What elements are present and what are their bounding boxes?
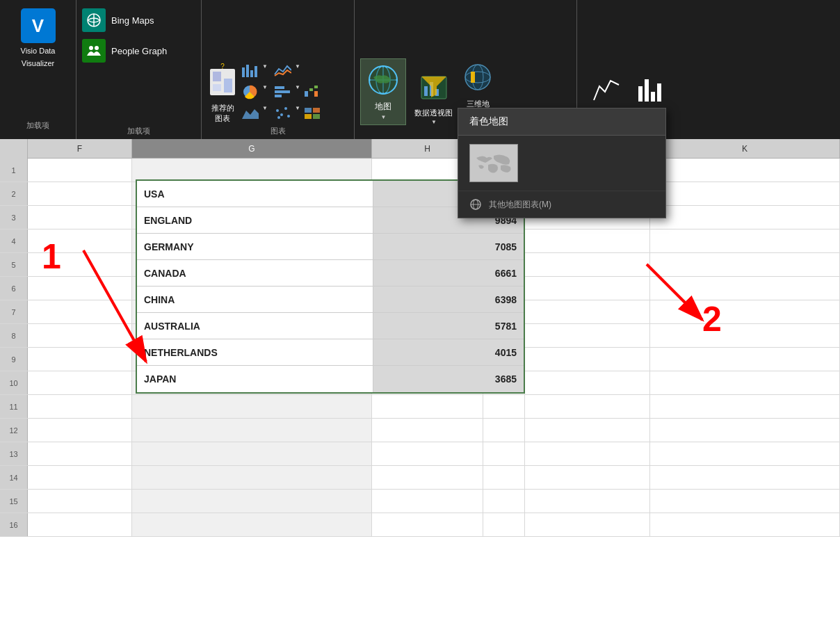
bar-chart-button[interactable] [273, 84, 291, 102]
pivot-chart-button[interactable]: 数据透视图 ▼ [414, 71, 453, 125]
recommended-charts-icon: ? [207, 63, 238, 102]
area-chart-chevron[interactable]: ▼ [262, 105, 268, 123]
country-cell: CHINA [137, 287, 373, 312]
svg-rect-29 [305, 114, 312, 119]
visio-addin-group: V Visio Data Visualizer 加载项 [0, 0, 76, 139]
visio-addin-button[interactable]: V Visio Data Visualizer [21, 8, 56, 69]
people-icon [82, 39, 106, 63]
svg-rect-37 [424, 86, 428, 96]
ribbon: V Visio Data Visualizer 加载项 Bing Maps [0, 0, 840, 139]
bing-maps-button[interactable]: Bing Maps [82, 8, 195, 32]
svg-rect-7 [213, 84, 221, 91]
other-map-charts-link[interactable]: 其他地图图表(M) [458, 191, 665, 218]
svg-point-22 [277, 116, 280, 119]
country-cell: CANADA [137, 260, 373, 286]
svg-rect-44 [471, 72, 475, 83]
pivot-label: 数据透视图 [414, 108, 453, 118]
cell-k1[interactable] [650, 159, 840, 182]
map-chevron[interactable]: ▼ [381, 114, 387, 120]
svg-rect-30 [313, 114, 320, 119]
bing-label: Bing Maps [111, 15, 154, 26]
svg-rect-47 [651, 92, 655, 102]
country-cell: ENGLAND [137, 207, 373, 233]
svg-rect-6 [224, 79, 232, 92]
svg-rect-11 [250, 70, 253, 77]
data-table-row[interactable]: CANADA 6661 [137, 260, 524, 287]
map-button[interactable]: 地图 ▼ [360, 58, 406, 125]
value-cell: 6661 [373, 260, 524, 286]
value-cell: 7085 [373, 234, 524, 259]
column-chart-chevron[interactable]: ▼ [262, 63, 268, 81]
map-thumbnail-item[interactable] [458, 136, 665, 191]
bing-icon [82, 8, 106, 32]
annotation-2: 2 [702, 299, 722, 339]
data-table-row[interactable]: NETHERLANDS 4015 [137, 339, 524, 366]
value-cell: 4015 [373, 339, 524, 365]
pie-chart-button[interactable] [241, 84, 259, 102]
recommended-charts-label: 推荐的 图表 [211, 103, 234, 123]
more-charts-icon [303, 105, 321, 120]
line-chart-chevron[interactable]: ▼ [295, 63, 300, 81]
pivot-chevron[interactable]: ▼ [431, 119, 437, 125]
line-sparkline-icon [591, 72, 622, 108]
svg-rect-16 [275, 95, 282, 97]
dropdown-header: 着色地图 [458, 108, 665, 136]
sheet-row-12: 12 [0, 419, 840, 442]
more-charts-buttons [303, 84, 321, 123]
chart-row-2: ▼ ▼ [241, 84, 300, 102]
svg-rect-26 [314, 91, 318, 97]
svg-rect-25 [314, 86, 318, 88]
svg-text:?: ? [220, 63, 225, 70]
pie-chart-icon [241, 84, 259, 99]
charts-icons: ? 推荐的 图表 ▼ [207, 7, 348, 123]
svg-rect-15 [275, 90, 290, 93]
people-label: People Graph [111, 46, 167, 56]
area-chart-button[interactable] [241, 105, 259, 123]
globe-small-icon [469, 198, 482, 211]
data-table-row[interactable]: AUSTRALIA 5781 [137, 313, 524, 339]
value-cell: 6398 [373, 287, 524, 312]
chart-row-3: ▼ ▼ [241, 105, 300, 123]
svg-rect-45 [638, 86, 643, 102]
col-k-header: K [650, 139, 840, 159]
data-table-row[interactable]: JAPAN 3685 [137, 366, 524, 392]
bing-map-icon [86, 13, 102, 28]
map-label: 地图 [375, 101, 391, 113]
svg-point-2 [89, 46, 93, 50]
column-headers: F G H J K [0, 139, 840, 159]
country-cell: USA [137, 181, 373, 207]
recommended-charts-button[interactable]: ? 推荐的 图表 [207, 63, 238, 123]
people-graph-button[interactable]: People Graph [82, 39, 195, 63]
scatter-chart-icon [273, 105, 291, 120]
scatter-chart-button[interactable] [273, 105, 291, 123]
cell-g1[interactable] [132, 159, 372, 182]
chart-row-1: ▼ ▼ [241, 63, 300, 81]
data-table-row[interactable]: GERMANY 7085 [137, 234, 524, 260]
bar-chart-chevron[interactable]: ▼ [295, 84, 300, 102]
area-chart-icon [241, 105, 259, 120]
svg-rect-48 [657, 83, 661, 102]
col-f-header: F [28, 139, 132, 159]
visio-icon: V [32, 15, 44, 37]
pie-chart-chevron[interactable]: ▼ [262, 84, 268, 102]
line-chart-button[interactable] [273, 63, 291, 81]
map-dropdown-panel: 着色地图 其他地图图表(M) [458, 108, 666, 218]
column-chart-button[interactable] [241, 63, 259, 81]
waterfall-icon [303, 84, 321, 99]
data-table-row[interactable]: CHINA 6398 [137, 287, 524, 313]
cell-f1[interactable] [28, 159, 132, 182]
scatter-chart-chevron[interactable]: ▼ [295, 105, 300, 123]
sparkline-icons: 折线 柱形 [591, 7, 716, 123]
country-cell: JAPAN [137, 366, 373, 392]
svg-point-41 [465, 65, 490, 90]
waterfall-chart-button[interactable] [303, 84, 321, 102]
svg-point-18 [276, 109, 279, 112]
pivot-chart-icon [417, 71, 451, 107]
svg-point-20 [284, 107, 287, 110]
svg-rect-46 [645, 79, 649, 102]
svg-point-3 [95, 46, 99, 50]
sheet-row-13: 13 [0, 442, 840, 466]
value-cell: 3685 [373, 366, 524, 392]
more-charts-button[interactable] [303, 105, 321, 123]
country-cell: GERMANY [137, 234, 373, 259]
